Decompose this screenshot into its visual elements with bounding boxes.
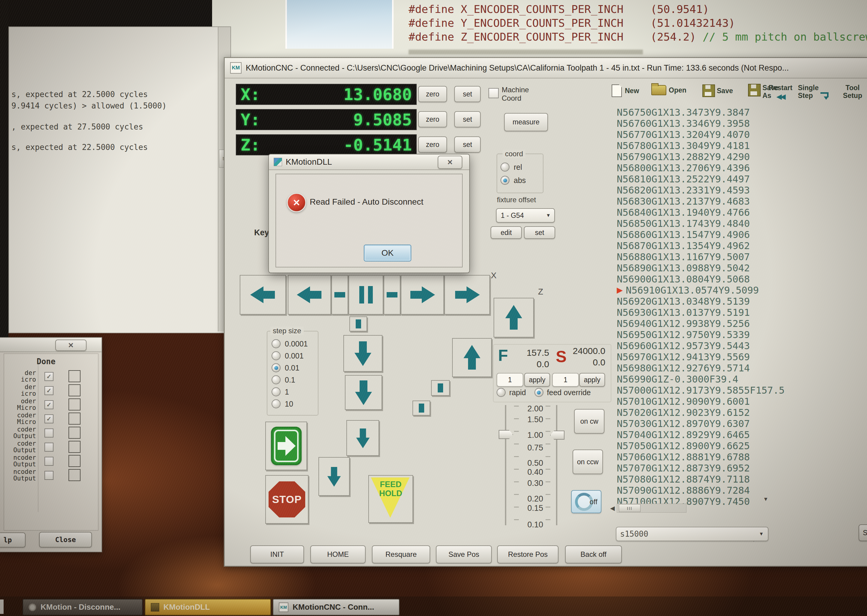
- override-option[interactable]: feed override: [534, 388, 591, 397]
- vscroll-down-arrow-icon[interactable]: ▼: [763, 496, 768, 503]
- coord-radio-option[interactable]: abs: [501, 176, 526, 185]
- gcode-line[interactable]: ▶ N56790G1X13.2882Y9.4290: [617, 151, 797, 162]
- go-cycle-start-button[interactable]: [265, 421, 307, 470]
- gcode-line[interactable]: ▶ N56810G1X13.2522Y9.4497: [617, 173, 797, 184]
- spindle-override-input[interactable]: 1: [552, 373, 579, 387]
- step-size-option[interactable]: 0.0001: [272, 340, 308, 348]
- spindle-on-ccw-button[interactable]: on ccw: [573, 449, 603, 474]
- machine-button[interactable]: Restore Pos: [497, 545, 559, 563]
- hscroll-track[interactable]: III: [617, 504, 686, 512]
- set-button[interactable]: set: [454, 137, 481, 152]
- gcode-line[interactable]: ▶ N56980G1X12.9276Y9.5714: [617, 362, 797, 374]
- feed-override-input[interactable]: 1: [496, 373, 523, 387]
- gcode-line[interactable]: ▶ N57000G1X12.9173Y9.5855F157.5: [617, 385, 797, 396]
- machine-button[interactable]: Back off: [565, 545, 622, 563]
- step-size-option[interactable]: 0.1: [272, 376, 308, 384]
- encoder-dialog-close-button[interactable]: ✕: [55, 339, 86, 351]
- gcode-listing[interactable]: ▶ N56750G1X13.3473Y9.3847 ▶ N56760G1X13.…: [617, 107, 797, 507]
- hscroll-left-arrow-icon[interactable]: ◀: [610, 504, 615, 512]
- kmotiondll-titlebar[interactable]: KMotionDLL ✕: [269, 154, 469, 170]
- dialog-close-button[interactable]: ✕: [438, 156, 462, 169]
- done-checkbox[interactable]: ✓: [44, 372, 53, 381]
- machine-button[interactable]: Resquare: [372, 545, 430, 563]
- gcode-line[interactable]: ▶ N57090G1X12.8886Y9.7284: [617, 485, 797, 496]
- machine-button[interactable]: Save Pos: [436, 545, 492, 563]
- feed-override-slider[interactable]: [505, 405, 506, 525]
- spindle-override-slider[interactable]: [556, 405, 558, 525]
- override-option[interactable]: rapid: [496, 388, 526, 397]
- jog-z-minus-button[interactable]: [346, 420, 379, 456]
- gcode-line[interactable]: ▶ N56850G1X13.1743Y9.4840: [617, 218, 797, 229]
- zero-button[interactable]: zero: [418, 137, 447, 152]
- gcode-line[interactable]: ▶ N56840G1X13.1940Y9.4766: [617, 207, 797, 218]
- done-checkbox[interactable]: ✓: [44, 443, 53, 452]
- feed-hold-button[interactable]: FEEDHOLD: [368, 475, 413, 523]
- tool-setup-button[interactable]: ToolSetup: [839, 84, 866, 99]
- spindle-slider-thumb[interactable]: [550, 431, 564, 440]
- secondary-checkbox[interactable]: [69, 427, 80, 439]
- gcode-line[interactable]: ▶ N57040G1X12.8929Y9.6465: [617, 429, 797, 440]
- step-size-option[interactable]: 0.01: [272, 364, 308, 372]
- taskbar-button-kmotion[interactable]: KMotion - Disconne...: [22, 599, 143, 615]
- gcode-line[interactable]: ▶ N56970G1X12.9413Y9.5569: [617, 351, 797, 362]
- jog-y-step-button[interactable]: [349, 316, 367, 332]
- done-checkbox[interactable]: ✓: [44, 457, 53, 466]
- jog-x-minus-fast-button[interactable]: [240, 275, 286, 314]
- hscroll-grip[interactable]: III: [619, 504, 641, 512]
- kmotioncnc-titlebar[interactable]: KM KMotionCNC - Connected - C:\Users\CNC…: [225, 58, 867, 79]
- taskbar-button-kmotiondll[interactable]: KMotionDLL: [145, 599, 271, 615]
- secondary-checkbox[interactable]: [69, 441, 80, 453]
- gcode-line[interactable]: ▶ N56760G1X13.3346Y9.3958: [617, 118, 797, 129]
- machine-button[interactable]: HOME: [310, 545, 366, 563]
- gcode-line[interactable]: ▶ N57030G1X12.8970Y9.6307: [617, 418, 797, 429]
- gcode-line[interactable]: ▶ N57050G1X12.8900Y9.6625: [617, 440, 797, 451]
- gcode-line[interactable]: ▶ N56920G1X13.0348Y9.5139: [617, 296, 797, 307]
- done-checkbox[interactable]: ✓: [44, 400, 53, 409]
- gcode-line[interactable]: ▶ N56940G1X12.9938Y9.5256: [617, 318, 797, 329]
- gcode-line[interactable]: ▶ N57080G1X12.8874Y9.7118: [617, 473, 797, 485]
- stop-button[interactable]: STOP: [265, 475, 308, 524]
- spindle-on-cw-button[interactable]: on cw: [574, 409, 605, 434]
- jog-x-minus-step-button[interactable]: [331, 275, 348, 314]
- help-button[interactable]: lp: [0, 533, 25, 547]
- machine-button[interactable]: INIT: [250, 545, 304, 563]
- jog-y-minus-button[interactable]: [343, 335, 382, 372]
- measure-button[interactable]: measure: [504, 113, 548, 131]
- jog-z-plus-step-button[interactable]: [431, 380, 450, 396]
- close-button[interactable]: Close: [39, 532, 92, 547]
- gcode-line[interactable]: ▶ N57060G1X12.8881Y9.6788: [617, 451, 797, 462]
- gcode-line[interactable]: ▶ N56990G1Z-0.3000F39.4: [617, 374, 797, 385]
- jog-pause-button[interactable]: [349, 275, 383, 314]
- save-button[interactable]: Save: [702, 85, 733, 97]
- gcode-line[interactable]: ▶ N56750G1X13.3473Y9.3847: [617, 107, 797, 118]
- feed-slider-thumb[interactable]: [499, 430, 513, 439]
- feed-apply-button[interactable]: apply: [524, 373, 550, 387]
- secondary-checkbox[interactable]: [69, 384, 80, 396]
- spindle-off-toggle[interactable]: off: [571, 490, 602, 513]
- new-button[interactable]: New: [612, 85, 639, 97]
- gcode-line[interactable]: ▶ N57010G1X12.9090Y9.6001: [617, 396, 797, 407]
- done-checkbox[interactable]: ✓: [44, 414, 53, 423]
- gcode-line[interactable]: ▶ N56830G1X13.2137Y9.4683: [617, 196, 797, 207]
- fixture-edit-button[interactable]: edit: [490, 226, 522, 239]
- secondary-checkbox[interactable]: [69, 398, 80, 410]
- gcode-line[interactable]: ▶ N56800G1X13.2706Y9.4396: [617, 162, 797, 173]
- gcode-line[interactable]: ▶ N56880G1X13.1167Y9.5007: [617, 251, 797, 262]
- zero-button[interactable]: zero: [418, 111, 447, 127]
- gcode-line[interactable]: ▶ N56770G1X13.3204Y9.4070: [617, 129, 797, 140]
- secondary-checkbox[interactable]: [69, 413, 80, 424]
- jog-z-minus-fast-button[interactable]: [319, 457, 350, 496]
- gcode-line[interactable]: ▶ N56890G1X13.0988Y9.5042: [617, 262, 797, 273]
- gcode-line[interactable]: ▶ N56780G1X13.3049Y9.4181: [617, 140, 797, 151]
- step-size-option[interactable]: 0.001: [272, 352, 308, 360]
- open-button[interactable]: Open: [651, 85, 686, 95]
- jog-z-plus-button[interactable]: [452, 338, 492, 377]
- jog-z-plus-fast-button[interactable]: [493, 298, 534, 338]
- done-checkbox[interactable]: ✓: [44, 429, 53, 437]
- gcode-line[interactable]: ▶ N56820G1X13.2331Y9.4593: [617, 184, 797, 196]
- gcode-line[interactable]: ▶ N57070G1X12.8873Y9.6952: [617, 462, 797, 473]
- gcode-line[interactable]: ▶ N56900G1X13.0804Y9.5068: [617, 273, 797, 284]
- set-button[interactable]: set: [454, 111, 481, 127]
- spindle-apply-button[interactable]: apply: [579, 373, 605, 387]
- fixture-offset-combobox[interactable]: 1 - G54 ▼: [496, 208, 555, 223]
